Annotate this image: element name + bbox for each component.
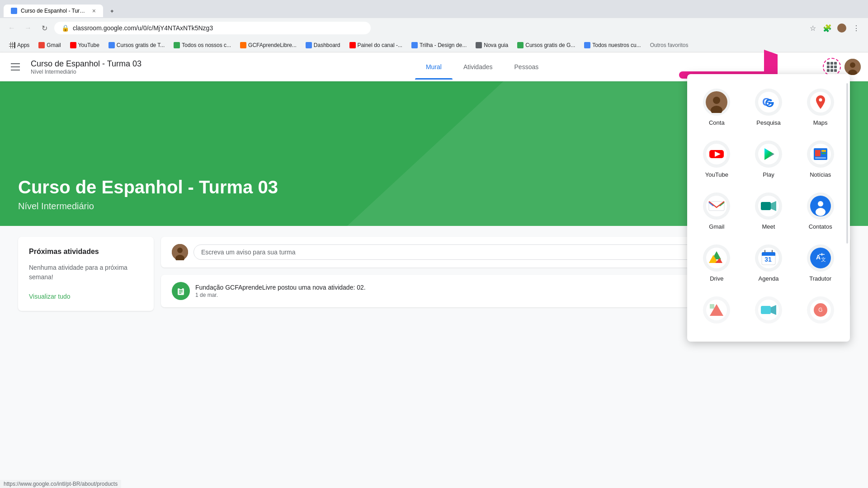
activity-date: 1 de mar. bbox=[195, 292, 366, 298]
svg-text:文: 文 bbox=[821, 257, 826, 262]
app-item-partial-2[interactable] bbox=[743, 289, 795, 334]
app-item-contatos[interactable]: Contatos bbox=[794, 185, 846, 237]
bookmark-gmail[interactable]: Gmail bbox=[35, 41, 64, 49]
app-item-agenda[interactable]: 31 Agenda bbox=[743, 237, 795, 289]
bookmark-cursos-t[interactable]: Cursos gratis de T... bbox=[105, 41, 169, 49]
svg-point-50 bbox=[816, 208, 826, 216]
bookmark-gcf[interactable]: GCFAprendeLibre... bbox=[236, 41, 300, 49]
app-item-maps[interactable]: Maps bbox=[794, 81, 846, 133]
agenda-label: Agenda bbox=[759, 275, 779, 282]
svg-point-31 bbox=[819, 99, 822, 102]
gmail-svg bbox=[706, 196, 727, 216]
view-all-link[interactable]: Visualizar tudo bbox=[29, 293, 143, 300]
google-apps-grid-button[interactable] bbox=[823, 58, 841, 76]
bookmark-cursos-g[interactable]: Cursos gratis de G... bbox=[514, 41, 579, 49]
user-avatar[interactable] bbox=[844, 59, 861, 75]
drive-svg bbox=[706, 248, 727, 268]
cursos-t-favicon bbox=[108, 42, 115, 48]
active-tab[interactable]: Curso de Espanhol - Turma 03 × bbox=[4, 5, 103, 17]
hamburger-menu[interactable] bbox=[7, 58, 25, 76]
dropdown-scrollbar[interactable] bbox=[846, 83, 848, 244]
trilha-favicon bbox=[411, 42, 418, 48]
agenda-icon: 31 bbox=[755, 244, 782, 272]
partial-icon-1 bbox=[703, 296, 730, 324]
todos1-favicon bbox=[174, 42, 180, 48]
bookmark-gmail-label: Gmail bbox=[47, 42, 61, 48]
cursos-g-favicon bbox=[517, 42, 524, 48]
grid-dots bbox=[827, 62, 837, 72]
bookmark-painel-label: Painel do canal -... bbox=[358, 42, 402, 48]
app-item-youtube[interactable]: YouTube bbox=[691, 133, 743, 185]
tab-mural[interactable]: Mural bbox=[415, 54, 453, 80]
new-tab-button[interactable]: + bbox=[103, 5, 119, 17]
svg-rect-70 bbox=[710, 304, 714, 309]
app-item-noticias[interactable]: Notícias bbox=[794, 133, 846, 185]
play-label: Play bbox=[763, 171, 774, 178]
svg-point-26 bbox=[713, 97, 720, 104]
app-subtitle: Nível Intermediário bbox=[31, 69, 142, 75]
youtube-favicon bbox=[70, 42, 76, 48]
hero-text: Curso de Espanhol - Turma 03 Nível Inter… bbox=[18, 177, 278, 211]
maps-svg bbox=[810, 92, 831, 113]
bookmark-todos2[interactable]: Todos nuestros cu... bbox=[580, 41, 644, 49]
app-item-tradutor[interactable]: A 文 Tradutor bbox=[794, 237, 846, 289]
bookmark-trilha[interactable]: Trilha - Design de... bbox=[408, 41, 470, 49]
app-title-section: Curso de Espanhol - Turma 03 Nível Inter… bbox=[31, 59, 142, 75]
bookmark-nova-guia[interactable]: Nova guia bbox=[472, 41, 512, 49]
header-right bbox=[823, 58, 861, 76]
noticias-label: Notícias bbox=[810, 171, 831, 178]
bookmark-star-button[interactable]: ☆ bbox=[807, 22, 819, 34]
tab-atividades[interactable]: Atividades bbox=[453, 54, 504, 80]
agenda-svg: 31 bbox=[758, 248, 779, 268]
partial-svg-1 bbox=[706, 300, 727, 320]
app-item-conta[interactable]: Conta bbox=[691, 81, 743, 133]
reload-button[interactable]: ↻ bbox=[38, 22, 51, 34]
noticias-svg bbox=[810, 144, 831, 164]
nova-guia-favicon bbox=[476, 42, 482, 48]
activity-icon bbox=[172, 282, 190, 300]
gmail-favicon bbox=[38, 42, 45, 48]
toolbar-right: ☆ 🧩 ⋮ bbox=[807, 22, 863, 34]
bookmark-painel[interactable]: Painel do canal -... bbox=[346, 41, 406, 49]
bookmarks-more-button[interactable]: Outros favoritos bbox=[650, 42, 689, 48]
upcoming-card-title: Próximas atividades bbox=[29, 248, 143, 256]
profile-button[interactable] bbox=[835, 22, 848, 34]
app-item-gmail[interactable]: Gmail bbox=[691, 185, 743, 237]
address-bar[interactable]: 🔒 classroom.google.com/u/0/c/MjY4NTAxNTk… bbox=[54, 22, 371, 34]
apps-dropdown: Conta G Pesquisa Maps bbox=[687, 74, 850, 342]
extensions-button[interactable]: 🧩 bbox=[821, 22, 834, 34]
youtube-svg bbox=[706, 144, 727, 164]
bookmark-todos1[interactable]: Todos os nossos c... bbox=[170, 41, 235, 49]
tab-pessoas[interactable]: Pessoas bbox=[504, 54, 550, 80]
bookmark-apps-label: Apps bbox=[17, 42, 29, 48]
app-item-partial-1[interactable] bbox=[691, 289, 743, 334]
close-tab-button[interactable]: × bbox=[92, 7, 96, 14]
app-title: Curso de Espanhol - Turma 03 bbox=[31, 59, 142, 69]
conta-avatar-svg bbox=[706, 91, 727, 113]
partial-svg-3: G bbox=[810, 300, 831, 320]
tab-title: Curso de Espanhol - Turma 03 bbox=[21, 8, 89, 14]
contatos-svg bbox=[810, 196, 831, 216]
tab-favicon bbox=[11, 8, 17, 14]
bookmark-trilha-label: Trilha - Design de... bbox=[420, 42, 467, 48]
drive-label: Drive bbox=[710, 275, 723, 282]
app-item-partial-3[interactable]: G bbox=[794, 289, 846, 334]
meet-label: Meet bbox=[762, 223, 775, 230]
bookmark-youtube[interactable]: YouTube bbox=[66, 41, 103, 49]
app-item-pesquisa[interactable]: G Pesquisa bbox=[743, 81, 795, 133]
bookmark-apps[interactable]: Apps bbox=[5, 41, 33, 49]
partial-icon-2 bbox=[755, 296, 782, 324]
tradutor-svg: A 文 bbox=[810, 248, 831, 268]
bookmark-dashboard[interactable]: Dashboard bbox=[302, 41, 344, 49]
back-button[interactable]: ← bbox=[5, 22, 18, 34]
app-item-meet[interactable]: Meet bbox=[743, 185, 795, 237]
app-item-drive[interactable]: Drive bbox=[691, 237, 743, 289]
forward-button[interactable]: → bbox=[22, 22, 34, 34]
dashboard-favicon bbox=[306, 42, 312, 48]
menu-button[interactable]: ⋮ bbox=[850, 22, 863, 34]
svg-rect-72 bbox=[761, 306, 771, 314]
svg-text:G: G bbox=[818, 307, 822, 313]
hamburger-line-2 bbox=[11, 66, 20, 67]
app-item-play[interactable]: Play bbox=[743, 133, 795, 185]
bookmark-todos2-label: Todos nuestros cu... bbox=[592, 42, 641, 48]
